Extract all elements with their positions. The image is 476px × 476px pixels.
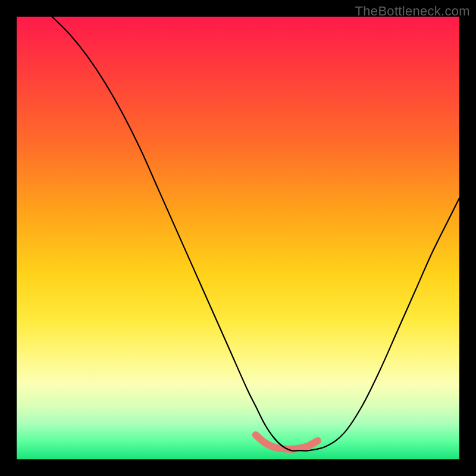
chart-stage: TheBottleneck.com [0, 0, 476, 476]
watermark-text: TheBottleneck.com [355, 4, 470, 19]
curve-svg [17, 17, 459, 459]
optimal-range-line [256, 435, 318, 449]
plot-area [17, 17, 459, 459]
bottleneck-curve-line [52, 17, 459, 451]
